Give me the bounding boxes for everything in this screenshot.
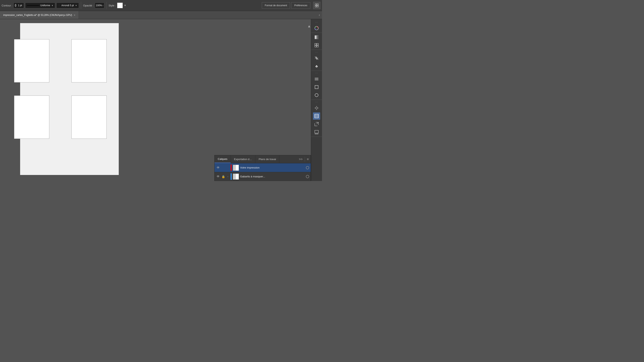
brush-icon[interactable]	[313, 54, 320, 62]
circle-icon[interactable]	[313, 91, 320, 99]
panel-group-brush: ···· ♣	[311, 50, 322, 71]
layer-2-expand[interactable]: ›	[226, 175, 230, 178]
panel-dots-4: ····	[315, 100, 318, 104]
style-label: Style :	[108, 4, 116, 7]
artboard-card-2	[72, 39, 107, 82]
svg-rect-0	[315, 4, 316, 5]
artboard-card-1	[14, 39, 49, 82]
stroke-arrows[interactable]	[14, 4, 16, 7]
separator-2	[106, 2, 106, 9]
stroke-label: Contour :	[2, 4, 12, 7]
panel-group-misc: ····	[311, 100, 322, 137]
svg-rect-5	[315, 35, 318, 39]
exportation-tab-label: Exportation d…	[234, 158, 252, 161]
svg-rect-16	[315, 85, 318, 89]
tab-plans[interactable]: Plans de travai	[256, 155, 279, 163]
tab-exportation[interactable]: Exportation d…	[231, 155, 256, 163]
stroke-cap-dropdown[interactable]: Arrondi 5 pt ▼	[56, 2, 79, 8]
artboard-card-3	[14, 95, 49, 139]
layer-1-target[interactable]	[306, 166, 309, 169]
scroll-up-arrow[interactable]: ▲	[307, 24, 311, 28]
layer-2-name: Gabarits à masquer...	[240, 175, 305, 178]
stroke-style-label: Uniforme	[40, 4, 50, 7]
stroke-cap-arrow: ▼	[75, 4, 77, 7]
opacity-spinner[interactable]: 100% ›	[95, 2, 104, 8]
tab-filename: impression_cartes_Foglietto.ai* @ 53,28%…	[3, 14, 72, 16]
artboard-card-4	[72, 95, 107, 139]
doc-format-button[interactable]: Format de document	[262, 2, 290, 9]
style-swatch[interactable]	[117, 2, 123, 8]
layer-1-color-bar	[231, 164, 232, 171]
panel-group-gradient	[311, 33, 322, 50]
svg-rect-8	[315, 45, 316, 47]
artboard-grid	[10, 35, 111, 143]
panel-dots-1: ····	[315, 21, 318, 24]
layer-row-2[interactable]: 👁 🔒 › Gabarits à masquer...	[214, 172, 311, 181]
svg-rect-3	[317, 6, 318, 7]
export-icon[interactable]	[313, 120, 320, 128]
active-tab[interactable]: impression_cartes_Foglietto.ai* @ 53,28%…	[0, 11, 79, 19]
opacity-value: 100%	[96, 4, 102, 7]
layers-tabs: Calques Exportation d… Plans de travai >…	[214, 155, 311, 163]
club-icon[interactable]: ♣	[313, 62, 320, 70]
svg-point-18	[316, 107, 318, 109]
layers-panel: Calques Exportation d… Plans de travai >…	[214, 155, 311, 181]
stroke-down-arrow[interactable]	[14, 6, 16, 7]
stroke-up-arrow[interactable]	[14, 4, 16, 5]
stroke-spinner[interactable]: 1 pt	[14, 2, 24, 8]
layer-1-visibility[interactable]: 👁	[216, 166, 220, 170]
panel-dots-2: ····	[315, 51, 318, 54]
color-icon[interactable]	[313, 24, 320, 32]
layers-tab-more[interactable]: >>	[297, 157, 305, 161]
layer-2-lock[interactable]: 🔒	[222, 175, 225, 178]
sun-icon[interactable]	[313, 104, 320, 112]
stroke-cap-label: Arrondi 5 pt	[62, 4, 74, 7]
svg-rect-6	[315, 43, 316, 45]
svg-rect-26	[315, 130, 318, 133]
panel-dots-3: ····	[315, 72, 318, 75]
layer-1-thumb	[233, 165, 239, 171]
stroke-preview	[27, 5, 39, 6]
tab-calques[interactable]: Calques	[214, 155, 231, 163]
window-controls	[313, 2, 320, 9]
svg-rect-9	[317, 45, 318, 47]
layer-2-color-bar	[231, 173, 232, 180]
opacity-label: Opacité :	[83, 4, 94, 7]
opacity-expand[interactable]: ›	[102, 4, 104, 7]
panel-group-lines: ····	[311, 71, 322, 100]
svg-rect-7	[317, 43, 318, 45]
svg-rect-1	[317, 4, 318, 5]
main-toolbar: Contour : 1 pt Uniforme ▼ Arrondi 5 pt ▼…	[0, 0, 322, 11]
panel-group-color: ····	[311, 20, 322, 33]
arrange-windows-button[interactable]	[313, 2, 320, 9]
tab-bar: impression_cartes_Foglietto.ai* @ 53,28%…	[0, 11, 322, 19]
layers-menu-button[interactable]: ≡	[305, 157, 311, 161]
stroke-value: 1 pt	[17, 4, 23, 7]
stroke-style-dropdown[interactable]: Uniforme ▼	[25, 2, 55, 8]
svg-point-17	[315, 93, 318, 97]
svg-rect-23	[315, 114, 318, 118]
tab-close-button[interactable]: ×	[74, 14, 75, 16]
square-icon[interactable]	[313, 83, 320, 91]
stroke-style-arrow: ▼	[51, 4, 53, 7]
bottom-icon[interactable]	[313, 128, 320, 136]
grid-icon[interactable]	[313, 42, 320, 49]
layer-2-thumb	[233, 174, 239, 180]
right-panel: ····	[311, 19, 322, 181]
lines-icon[interactable]	[313, 75, 320, 83]
plans-tab-label: Plans de travai	[258, 158, 276, 161]
panel-collapse-button[interactable]: ‹	[317, 13, 322, 17]
layer-1-name: Votre impression	[240, 166, 305, 169]
preferences-button[interactable]: Préférences	[291, 2, 310, 9]
layer-2-target[interactable]	[306, 175, 309, 178]
gradient-icon[interactable]	[313, 33, 320, 41]
layer-2-visibility[interactable]: 👁	[216, 175, 220, 178]
svg-rect-2	[315, 6, 316, 7]
calques-tab-label: Calques	[218, 157, 228, 160]
stroke-cap-dot	[58, 4, 60, 6]
layers-icon[interactable]	[313, 112, 320, 120]
arrange-icon	[315, 3, 319, 7]
style-arrow[interactable]: ▼	[124, 4, 126, 7]
layer-row-1[interactable]: 👁 Votre impression	[214, 163, 311, 172]
